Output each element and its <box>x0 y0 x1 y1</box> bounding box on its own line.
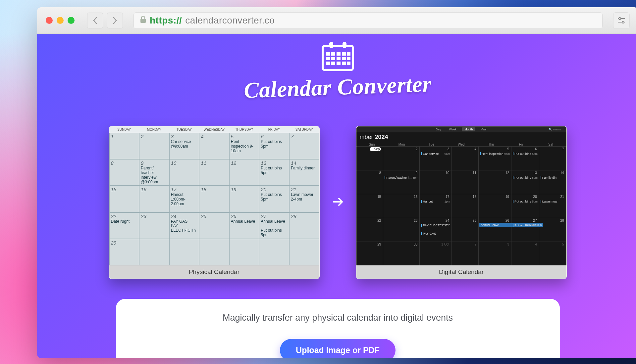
digital-day-number: 3 <box>448 147 450 151</box>
svg-rect-17 <box>347 57 350 60</box>
digital-day-cell: 15 <box>356 194 384 218</box>
physical-day-number: 24 <box>171 213 177 219</box>
physical-day-cell: 27Annual Leave Put out bins 5pm <box>259 212 289 239</box>
nav-back-button[interactable] <box>87 13 103 28</box>
physical-event: Annual Leave <box>231 219 258 224</box>
physical-weekday-header: FRIDAY <box>259 128 289 131</box>
physical-day-number: 15 <box>111 187 117 192</box>
sliders-icon <box>617 17 626 24</box>
hero: Calendar Converter <box>244 41 431 100</box>
address-bar[interactable]: https://calendarconverter.co <box>133 12 603 29</box>
svg-rect-7 <box>343 42 346 48</box>
physical-day-cell <box>199 239 229 265</box>
physical-day-number: 14 <box>291 160 296 166</box>
digital-day-number: 2 <box>416 147 418 151</box>
digital-day-cell: 26Annual Leaveends 11:59pm <box>479 218 511 242</box>
digital-day-number: 24 <box>446 219 449 222</box>
physical-day-number: 16 <box>141 187 146 192</box>
compare-row: SUNDAYMONDAYTUESDAYWEDNESDAYTHURSDAYFRID… <box>109 126 567 279</box>
physical-day-cell: 8 <box>109 159 139 186</box>
svg-rect-15 <box>337 57 341 60</box>
physical-day-cell: 2 <box>139 133 169 159</box>
physical-event: Family dinner <box>291 166 318 171</box>
digital-caption: Digital Calendar <box>356 265 566 279</box>
physical-day-number: 29 <box>111 240 117 246</box>
digital-day-number: 5 <box>507 147 509 151</box>
digital-weekday-header: Wed <box>447 143 476 146</box>
browser-window: https://calendarconverter.co <box>37 7 636 358</box>
digital-event: Car service9am <box>421 152 450 156</box>
physical-event: Haircut 1:00pm-2:00pm <box>171 193 198 206</box>
physical-day-number: 6 <box>261 134 263 139</box>
physical-weekday-header: SUNDAY <box>109 128 139 131</box>
physical-day-cell: 1 <box>109 133 139 159</box>
maximize-window-button[interactable] <box>68 17 75 24</box>
minimize-window-button[interactable] <box>57 17 64 24</box>
physical-day-cell: 21Lawn mower 2-4pm <box>289 186 319 212</box>
digital-day-number: 6 <box>535 147 537 151</box>
digital-day-number: 1 Sep <box>370 147 381 151</box>
physical-day-cell: 25 <box>199 212 229 239</box>
url-scheme: https:// <box>150 15 182 26</box>
digital-day-number: 2 <box>474 243 476 246</box>
digital-event: Put out bins5pm <box>513 223 538 227</box>
svg-rect-6 <box>329 42 333 48</box>
physical-day-cell: 16 <box>139 186 169 212</box>
physical-day-cell: 26Annual Leave <box>229 212 259 239</box>
physical-day-cell: 6Put out bins 5pm <box>259 133 289 159</box>
digital-day-number: 14 <box>560 171 564 175</box>
tagline: Magically transfer any physical calendar… <box>223 313 453 323</box>
digital-day-cell: 21Lawn mow <box>539 194 566 218</box>
digital-day-cell: 27Put out bins5pm <box>511 218 539 242</box>
digital-day-cell: 28 <box>539 218 566 242</box>
digital-event: Rent inspection9am <box>480 152 510 156</box>
digital-day-cell: 2 <box>383 146 420 170</box>
physical-day-cell <box>259 239 289 265</box>
physical-event: Date Night <box>111 219 138 224</box>
digital-day-cell: 12 <box>479 170 511 194</box>
close-window-button[interactable] <box>46 17 53 24</box>
digital-day-cell: 25 <box>451 218 479 242</box>
digital-weekday-header: Sun <box>357 143 387 146</box>
browser-settings-button[interactable] <box>613 12 630 29</box>
physical-event: Put out bins 5pm <box>261 166 288 175</box>
physical-day-number: 27 <box>261 213 266 219</box>
digital-weekday-header: Sat <box>536 143 566 146</box>
physical-day-cell <box>139 239 169 265</box>
chevron-right-icon <box>113 17 117 24</box>
digital-day-number: 30 <box>414 243 417 246</box>
digital-day-number: 26 <box>505 219 509 222</box>
digital-day-cell: 30 <box>383 242 420 265</box>
digital-day-cell: 6Put out bins5pm <box>511 146 539 170</box>
digital-event: Put out bins5pm <box>513 176 538 179</box>
physical-weekday-header: WEDNESDAY <box>199 128 229 131</box>
digital-day-number: 29 <box>377 243 381 246</box>
digital-day-cell: 10 <box>420 170 451 194</box>
digital-day-cell: 18 <box>451 194 479 218</box>
physical-event: Annual Leave Put out bins 5pm <box>261 219 288 238</box>
digital-view-tab: Day <box>433 127 444 131</box>
physical-day-number: 5 <box>231 134 234 139</box>
physical-day-cell: 17Haircut 1:00pm-2:00pm <box>169 186 199 212</box>
digital-day-cell: 19 <box>479 194 511 218</box>
digital-day-cell: 13Put out bins5pm <box>511 170 539 194</box>
digital-day-cell: 24PAY ELECTRICITYPAY GAS <box>420 218 451 242</box>
digital-weekday-header: Mon <box>387 143 417 146</box>
physical-day-cell: 9Parent/ teacher interview @3:00pm <box>139 159 169 186</box>
digital-day-cell: 2 <box>451 242 479 265</box>
physical-weekday-header: SATURDAY <box>289 128 319 131</box>
upload-button[interactable]: Upload Image or PDF <box>280 339 396 358</box>
digital-day-cell: 5 <box>539 242 566 265</box>
digital-view-tab: Week <box>446 127 459 131</box>
physical-day-cell: 18 <box>199 186 229 212</box>
physical-event: Car service @9:00am <box>171 140 198 149</box>
physical-event: Put out bins 5pm <box>261 193 288 202</box>
digital-event: Family din <box>541 176 565 179</box>
nav-forward-button[interactable] <box>107 13 123 28</box>
svg-point-4 <box>622 21 624 23</box>
page-viewport[interactable]: Calendar Converter SUNDAYMONDAYTUESDAYWE… <box>37 34 636 358</box>
digital-day-number: 1 Oct <box>441 243 449 246</box>
physical-day-cell: 4 <box>199 133 229 159</box>
digital-day-number: 16 <box>414 195 417 199</box>
physical-day-cell <box>229 239 259 265</box>
